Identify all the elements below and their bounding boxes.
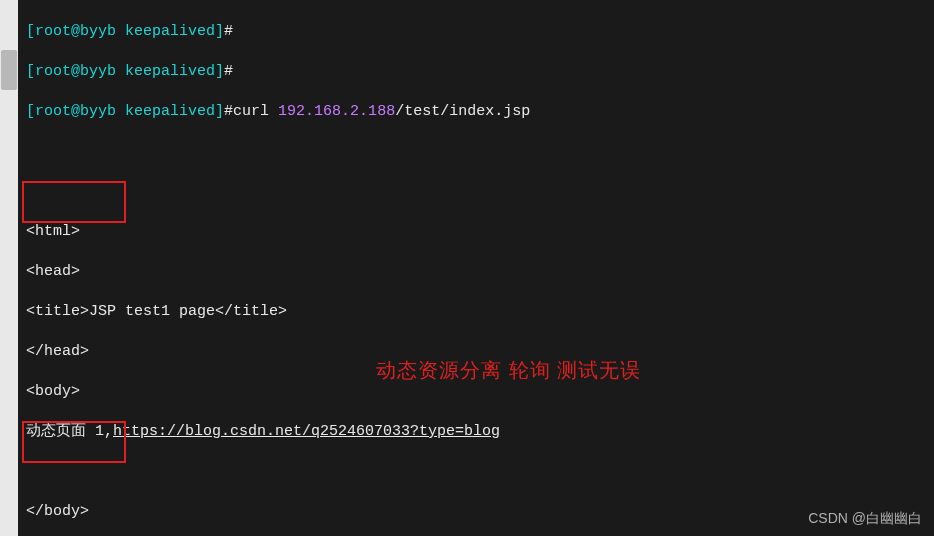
terminal[interactable]: [root@byyb keepalived]# [root@byyb keepa… — [18, 0, 934, 536]
blank-line — [26, 182, 926, 202]
blank-line — [26, 142, 926, 162]
output-line: <body> — [26, 382, 926, 402]
prompt-line: [root@byyb keepalived]# — [26, 22, 926, 42]
annotation-text: 动态资源分离 轮询 测试无误 — [376, 360, 641, 380]
blog-url: https://blog.csdn.net/q2524607033?type=b… — [113, 423, 500, 440]
prompt-line: [root@byyb keepalived]# — [26, 62, 926, 82]
output-line: 动态页面 1,https://blog.csdn.net/q2524607033… — [26, 422, 926, 442]
watermark: CSDN @白幽幽白 — [808, 508, 922, 528]
prompt-dir: keepalived — [125, 23, 215, 40]
prompt-bracket: [ — [26, 23, 35, 40]
prompt-userhost: root@byyb — [35, 23, 116, 40]
ip-address: 192.168.2.188 — [278, 103, 395, 120]
output-line: <html> — [26, 222, 926, 242]
blank-line — [26, 462, 926, 482]
output-line: <head> — [26, 262, 926, 282]
curl-command: curl — [233, 103, 278, 120]
url-path: /test/index.jsp — [395, 103, 530, 120]
scrollbar-thumb[interactable] — [1, 50, 17, 90]
scrollbar-track[interactable] — [0, 0, 18, 536]
command-line: [root@byyb keepalived]#curl 192.168.2.18… — [26, 102, 926, 122]
output-line: <title>JSP test1 page</title> — [26, 302, 926, 322]
prompt-hash: # — [224, 23, 233, 40]
output-line: </body> — [26, 502, 926, 522]
